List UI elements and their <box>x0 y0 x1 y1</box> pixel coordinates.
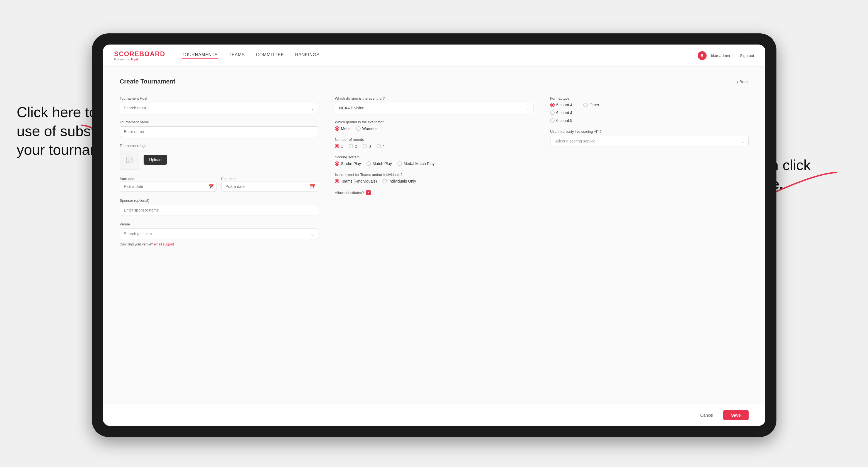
tablet-screen: SCOREBOARD Powered by clippd TOURNAMENTS… <box>103 44 765 426</box>
cancel-button[interactable]: Cancel <box>694 410 719 420</box>
scoring-stroke-radio[interactable] <box>335 161 339 166</box>
logo-scoreboard: SCOREBOARD <box>114 50 165 58</box>
rounds-4-radio[interactable] <box>376 144 381 148</box>
venue-help: Can't find your venue? email support <box>120 242 318 246</box>
end-date-input[interactable] <box>221 181 318 192</box>
rounds-2-radio[interactable] <box>349 144 353 148</box>
event-type-group: Is this event for Teams and/or Individua… <box>335 173 533 183</box>
scoring-system-group: Scoring system Stroke Play Match Play <box>335 155 533 166</box>
format-6count5-radio[interactable] <box>550 118 555 123</box>
rounds-label: Number of rounds <box>335 137 533 142</box>
rounds-4-option[interactable]: 4 <box>376 144 385 148</box>
image-icon <box>125 156 133 164</box>
main-content: Create Tournament ‹ Back Tournament Host <box>103 67 765 404</box>
calendar-icon-start: 📅 <box>209 184 214 189</box>
format-type-group: Format type 5 count 4 Other <box>550 96 749 123</box>
gender-label: Which gender is the event for? <box>335 120 533 124</box>
division-label: Which division is the event for? <box>335 96 533 100</box>
event-type-radio-group: Teams (+Individuals) Individuals Only <box>335 179 533 183</box>
format-5count4-option[interactable]: 5 count 4 <box>550 103 572 107</box>
upload-button[interactable]: Upload <box>144 155 167 165</box>
gender-womens-radio[interactable] <box>356 126 361 131</box>
scoring-match-radio[interactable] <box>367 161 371 166</box>
navbar: SCOREBOARD Powered by clippd TOURNAMENTS… <box>103 44 765 67</box>
scoring-stroke-option[interactable]: Stroke Play <box>335 161 361 166</box>
scoring-api-group: Use third-party live scoring API? Select… <box>550 129 749 146</box>
tournament-name-input[interactable] <box>120 126 318 137</box>
format-6count5-option[interactable]: 6 count 5 <box>550 118 749 123</box>
event-teams-option[interactable]: Teams (+Individuals) <box>335 179 377 183</box>
tournament-host-group: Tournament Host <box>120 96 318 113</box>
scoring-service-wrapper: Select a scoring service <box>550 136 749 146</box>
division-select-wrapper: NCAA Division I NCAA Division II NCAA Di… <box>335 103 533 113</box>
substitutes-checkbox-group: Allow substitutes? <box>335 190 533 195</box>
svg-point-3 <box>128 158 129 159</box>
tournament-host-label: Tournament Host <box>120 96 318 100</box>
venue-input[interactable] <box>120 228 318 239</box>
gender-group: Which gender is the event for? Mens Wome… <box>335 120 533 131</box>
scoring-medal-radio[interactable] <box>397 161 402 166</box>
rounds-2-option[interactable]: 2 <box>349 144 357 148</box>
format-5count4-radio[interactable] <box>550 103 555 107</box>
nav-link-teams[interactable]: TEAMS <box>229 52 245 59</box>
scoring-match-option[interactable]: Match Play <box>367 161 392 166</box>
rounds-1-option[interactable]: 1 <box>335 144 343 148</box>
tournament-host-input[interactable] <box>120 103 318 113</box>
rounds-1-radio[interactable] <box>335 144 339 148</box>
tournament-name-group: Tournament name <box>120 120 318 137</box>
tournament-name-label: Tournament name <box>120 120 318 124</box>
venue-label: Venue <box>120 222 318 226</box>
save-button[interactable]: Save <box>723 410 749 420</box>
form-footer: Cancel Save <box>103 404 765 426</box>
scoring-api-label: Use third-party live scoring API? <box>550 129 749 133</box>
page-title: Create Tournament <box>120 78 175 85</box>
format-6count4-radio[interactable] <box>550 111 555 115</box>
sponsor-input[interactable] <box>120 205 318 215</box>
division-group: Which division is the event for? NCAA Di… <box>335 96 533 113</box>
format-options: 5 count 4 Other 6 count 4 <box>550 103 749 123</box>
rounds-3-option[interactable]: 3 <box>363 144 371 148</box>
event-individuals-radio[interactable] <box>382 179 387 183</box>
gender-mens-radio[interactable] <box>335 126 339 131</box>
scoring-medal-option[interactable]: Medal Match Play <box>397 161 434 166</box>
nav-link-tournaments[interactable]: TOURNAMENTS <box>182 52 218 59</box>
form-section-right: Format type 5 count 4 Other <box>550 96 749 246</box>
nav-link-committee[interactable]: COMMITTEE <box>256 52 284 59</box>
logo-area: SCOREBOARD Powered by clippd <box>114 50 165 61</box>
division-select[interactable]: NCAA Division I NCAA Division II NCAA Di… <box>335 103 533 113</box>
back-link[interactable]: ‹ Back <box>737 79 749 84</box>
form-section-middle: Which division is the event for? NCAA Di… <box>335 96 533 246</box>
nav-links: TOURNAMENTS TEAMS COMMITTEE RANKINGS <box>182 52 698 59</box>
end-date-wrapper: 📅 <box>221 181 318 192</box>
start-date-group: Start date 📅 <box>120 176 217 192</box>
logo-powered: Powered by clippd <box>114 58 165 61</box>
format-row-1: 5 count 4 Other <box>550 103 749 107</box>
end-date-group: End date 📅 <box>221 176 318 192</box>
gender-womens-option[interactable]: Womens <box>356 126 378 131</box>
rounds-group: Number of rounds 1 2 <box>335 137 533 148</box>
rounds-3-radio[interactable] <box>363 144 367 148</box>
nav-link-rankings[interactable]: RANKINGS <box>295 52 319 59</box>
substitutes-label: Allow substitutes? <box>335 191 364 195</box>
email-support-link[interactable]: email support <box>154 242 174 246</box>
gender-mens-option[interactable]: Mens <box>335 126 350 131</box>
format-other-option[interactable]: Other <box>583 103 599 107</box>
tablet-frame: SCOREBOARD Powered by clippd TOURNAMENTS… <box>92 33 776 437</box>
format-other-radio[interactable] <box>583 103 588 107</box>
calendar-icon-end: 📅 <box>310 184 315 189</box>
event-individuals-option[interactable]: Individuals Only <box>382 179 416 183</box>
substitutes-checkbox[interactable] <box>366 190 371 195</box>
scoring-service-select[interactable]: Select a scoring service <box>550 136 749 146</box>
format-type-label: Format type <box>550 96 749 100</box>
nav-right: B blair admin | Sign out <box>698 51 754 60</box>
venue-group: Venue Can't find your venue? email suppo… <box>120 222 318 246</box>
start-date-input[interactable] <box>120 181 217 192</box>
format-6count4-option[interactable]: 6 count 4 <box>550 111 749 115</box>
substitutes-group: Allow substitutes? <box>335 190 533 195</box>
event-type-label: Is this event for Teams and/or Individua… <box>335 173 533 177</box>
sign-out-link[interactable]: Sign out <box>740 54 754 58</box>
tournament-host-select-wrapper <box>120 103 318 113</box>
end-date-label: End date <box>221 177 236 181</box>
event-teams-radio[interactable] <box>335 179 339 183</box>
page-header: Create Tournament ‹ Back <box>120 78 749 85</box>
